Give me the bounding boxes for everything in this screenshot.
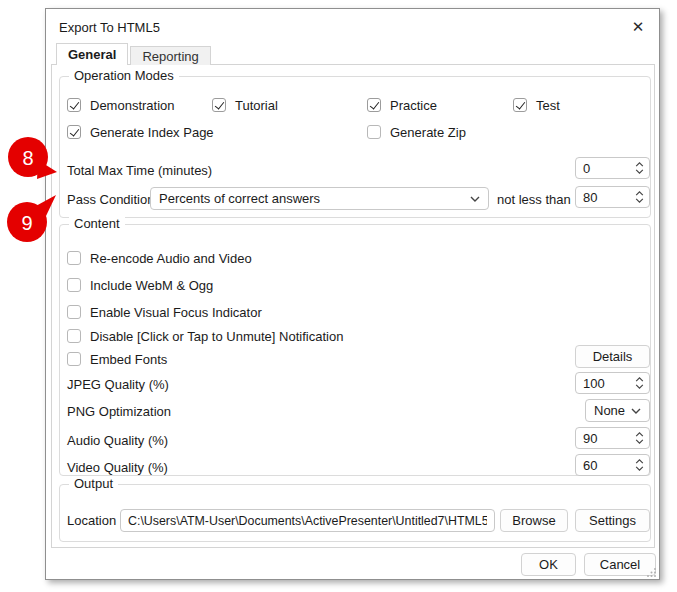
checkbox-label: Generate Zip bbox=[390, 125, 466, 140]
tab-reporting[interactable]: Reporting bbox=[130, 46, 210, 65]
operation-modes-group: Operation Modes Demonstration Tutorial P… bbox=[59, 76, 651, 218]
checkbox-label: Enable Visual Focus Indicator bbox=[90, 305, 262, 320]
callout-number: 9 bbox=[21, 212, 32, 234]
callout-number: 8 bbox=[22, 147, 33, 169]
output-group: Output Location Browse Settings bbox=[59, 484, 651, 542]
dropdown-value: None bbox=[594, 403, 625, 418]
checkbox-label: Disable [Click or Tap to Unmute] Notific… bbox=[90, 329, 343, 344]
content-legend: Content bbox=[69, 216, 125, 231]
checkbox-icon bbox=[67, 305, 81, 319]
checkbox-reencode-audio-video[interactable]: Re-encode Audio and Video bbox=[67, 250, 252, 266]
settings-button[interactable]: Settings bbox=[575, 509, 650, 532]
video-quality-spinner[interactable]: 60 bbox=[575, 454, 650, 476]
spinner-down-icon[interactable] bbox=[635, 466, 644, 471]
callout-badge-9: 9 bbox=[5, 192, 61, 244]
spinner-up-icon[interactable] bbox=[635, 432, 644, 437]
checkbox-label: Generate Index Page bbox=[90, 125, 214, 140]
browse-button[interactable]: Browse bbox=[500, 509, 568, 532]
details-button[interactable]: Details bbox=[575, 345, 650, 368]
spinner-down-icon[interactable] bbox=[635, 169, 644, 174]
screenshot-stage: Export To HTML5 ✕ General Reporting Oper… bbox=[0, 0, 677, 592]
checkbox-practice[interactable]: Practice bbox=[367, 97, 437, 113]
checkbox-icon bbox=[513, 98, 527, 112]
audio-quality-spinner[interactable]: 90 bbox=[575, 427, 650, 449]
png-optimization-label: PNG Optimization bbox=[67, 404, 171, 419]
spinner-down-icon[interactable] bbox=[635, 198, 644, 203]
content-group: Content Re-encode Audio and Video Includ… bbox=[59, 224, 651, 476]
spinner-arrows bbox=[635, 459, 644, 471]
checkbox-include-webm-ogg[interactable]: Include WebM & Ogg bbox=[67, 277, 213, 293]
dialog-title: Export To HTML5 bbox=[59, 20, 160, 35]
checkbox-generate-zip[interactable]: Generate Zip bbox=[367, 124, 466, 140]
spinner-value: 90 bbox=[583, 431, 597, 446]
checkbox-icon bbox=[67, 98, 81, 112]
jpeg-quality-label: JPEG Quality (%) bbox=[67, 377, 169, 392]
chevron-down-icon bbox=[470, 196, 480, 202]
audio-quality-label: Audio Quality (%) bbox=[67, 433, 168, 448]
location-input[interactable] bbox=[120, 509, 495, 532]
spinner-arrows bbox=[635, 191, 644, 203]
checkbox-enable-visual-focus[interactable]: Enable Visual Focus Indicator bbox=[67, 304, 262, 320]
not-less-than-label: not less than bbox=[497, 192, 571, 207]
ok-button[interactable]: OK bbox=[521, 553, 576, 576]
operation-modes-legend: Operation Modes bbox=[69, 68, 179, 83]
spinner-arrows bbox=[635, 432, 644, 444]
checkbox-demonstration[interactable]: Demonstration bbox=[67, 97, 175, 113]
checkbox-icon bbox=[367, 98, 381, 112]
checkbox-icon bbox=[367, 125, 381, 139]
general-tab-panel: Operation Modes Demonstration Tutorial P… bbox=[51, 64, 655, 548]
total-max-time-label: Total Max Time (minutes) bbox=[67, 163, 212, 178]
spinner-value: 0 bbox=[583, 161, 590, 176]
tab-general[interactable]: General bbox=[56, 43, 128, 65]
spinner-up-icon[interactable] bbox=[635, 191, 644, 196]
export-to-html5-dialog: Export To HTML5 ✕ General Reporting Oper… bbox=[45, 8, 660, 580]
callout-badge-8: 8 bbox=[6, 135, 62, 181]
pass-condition-spinner[interactable]: 80 bbox=[575, 186, 650, 208]
title-bar[interactable]: Export To HTML5 ✕ bbox=[46, 9, 659, 43]
output-legend: Output bbox=[69, 476, 118, 491]
location-label: Location bbox=[67, 513, 116, 528]
checkbox-label: Test bbox=[536, 98, 560, 113]
checkbox-disable-unmute-notification[interactable]: Disable [Click or Tap to Unmute] Notific… bbox=[67, 328, 343, 344]
png-optimization-dropdown[interactable]: None bbox=[585, 399, 650, 422]
spinner-down-icon[interactable] bbox=[635, 384, 644, 389]
spinner-arrows bbox=[635, 162, 644, 174]
dropdown-value: Percents of correct answers bbox=[159, 191, 320, 206]
checkbox-test[interactable]: Test bbox=[513, 97, 560, 113]
spinner-down-icon[interactable] bbox=[635, 439, 644, 444]
jpeg-quality-spinner[interactable]: 100 bbox=[575, 372, 650, 394]
checkbox-icon bbox=[212, 98, 226, 112]
checkbox-label: Tutorial bbox=[235, 98, 278, 113]
checkbox-icon bbox=[67, 251, 81, 265]
spinner-up-icon[interactable] bbox=[635, 377, 644, 382]
checkbox-label: Demonstration bbox=[90, 98, 175, 113]
chevron-down-icon bbox=[631, 408, 641, 414]
spinner-value: 80 bbox=[583, 190, 597, 205]
spinner-up-icon[interactable] bbox=[635, 459, 644, 464]
pass-condition-label: Pass Condition bbox=[67, 192, 154, 207]
pass-condition-dropdown[interactable]: Percents of correct answers bbox=[150, 187, 489, 210]
spinner-up-icon[interactable] bbox=[635, 162, 644, 167]
checkbox-generate-index-page[interactable]: Generate Index Page bbox=[67, 124, 214, 140]
close-icon[interactable]: ✕ bbox=[627, 17, 649, 37]
spinner-value: 60 bbox=[583, 458, 597, 473]
checkbox-label: Include WebM & Ogg bbox=[90, 278, 213, 293]
checkbox-tutorial[interactable]: Tutorial bbox=[212, 97, 278, 113]
checkbox-icon bbox=[67, 329, 81, 343]
checkbox-icon bbox=[67, 352, 81, 366]
total-max-time-spinner[interactable]: 0 bbox=[575, 157, 650, 179]
checkbox-embed-fonts[interactable]: Embed Fonts bbox=[67, 351, 167, 367]
checkbox-icon bbox=[67, 278, 81, 292]
checkbox-label: Embed Fonts bbox=[90, 352, 167, 367]
spinner-value: 100 bbox=[583, 376, 605, 391]
cancel-button[interactable]: Cancel bbox=[584, 553, 656, 576]
checkbox-icon bbox=[67, 125, 81, 139]
checkbox-label: Practice bbox=[390, 98, 437, 113]
tab-bar: General Reporting bbox=[56, 43, 211, 65]
checkbox-label: Re-encode Audio and Video bbox=[90, 251, 252, 266]
resize-grip-icon[interactable] bbox=[647, 567, 657, 577]
spinner-arrows bbox=[635, 377, 644, 389]
video-quality-label: Video Quality (%) bbox=[67, 460, 168, 475]
